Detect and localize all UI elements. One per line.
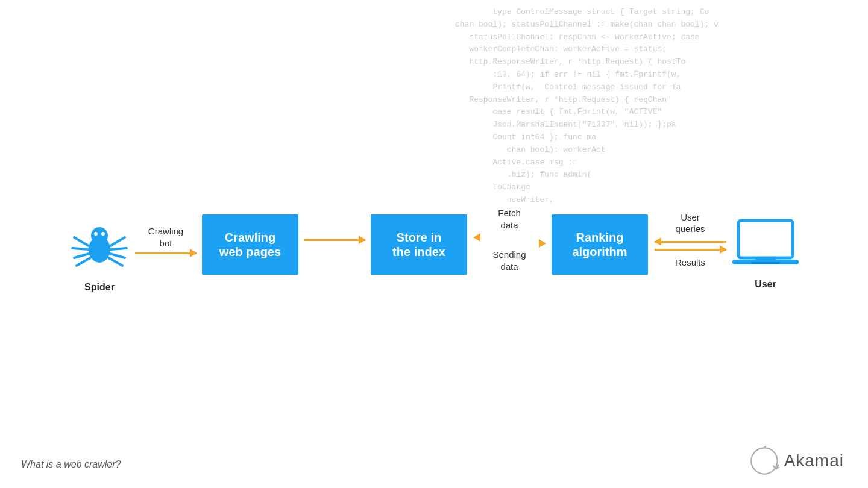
svg-line-5: [72, 248, 89, 249]
user-step: User: [732, 190, 799, 290]
results-label: Results: [675, 257, 705, 269]
svg-line-4: [74, 237, 89, 246]
fetch-data-label: Fetchdata: [498, 207, 521, 231]
user-queries-label: Userqueries: [675, 211, 705, 235]
akamai-circle-icon: [749, 446, 779, 476]
arrow-double-1: Fetchdata Sendingdata: [467, 210, 552, 270]
svg-line-7: [77, 258, 90, 266]
akamai-text: Akamai: [784, 451, 844, 471]
laptop-icon: [732, 217, 799, 272]
store-box: Store inthe index: [371, 214, 467, 275]
spider-label: Spider: [84, 282, 115, 293]
svg-rect-16: [752, 262, 779, 264]
diagram-container: Spider Crawlingbot Crawlingweb pages . S…: [0, 187, 868, 293]
sending-data-label: Sendingdata: [492, 249, 526, 272]
arrow-right-1: [135, 252, 197, 254]
code-text: type ControlMessage struct { Target stri…: [446, 0, 868, 205]
bottom-left-text: What is a web crawler?: [21, 459, 121, 470]
akamai-logo: Akamai: [749, 446, 844, 476]
arrow-right-results: [655, 249, 726, 251]
svg-point-2: [94, 232, 98, 236]
svg-rect-15: [755, 258, 776, 261]
crawling-box: Crawlingweb pages: [202, 214, 298, 275]
svg-line-8: [110, 237, 125, 246]
code-background: type ControlMessage struct { Target stri…: [446, 0, 868, 205]
svg-point-17: [751, 448, 777, 474]
arrow-right-2: [304, 239, 365, 241]
spider-icon: [69, 214, 130, 275]
spider-step: Spider: [69, 187, 130, 293]
svg-rect-13: [743, 225, 788, 253]
svg-line-11: [108, 258, 122, 266]
arrow-crawling-bot: Crawlingbot: [130, 210, 202, 270]
svg-point-3: [101, 232, 105, 236]
svg-line-9: [110, 248, 127, 249]
user-label: User: [755, 279, 776, 290]
arrow-left-queries: [655, 241, 726, 243]
crawling-bot-label: Crawlingbot: [148, 225, 183, 249]
ranking-step: Rankingalgorithm .: [552, 187, 648, 293]
arrow-double-2: Userqueries Results: [648, 210, 732, 270]
store-step: Store inthe index .: [371, 187, 467, 293]
crawling-step: Crawlingweb pages .: [202, 187, 298, 293]
svg-point-1: [91, 227, 108, 244]
svg-line-6: [74, 254, 89, 258]
arrow-simple: [298, 210, 371, 270]
svg-line-10: [110, 254, 125, 258]
ranking-box: Rankingalgorithm: [552, 214, 648, 275]
